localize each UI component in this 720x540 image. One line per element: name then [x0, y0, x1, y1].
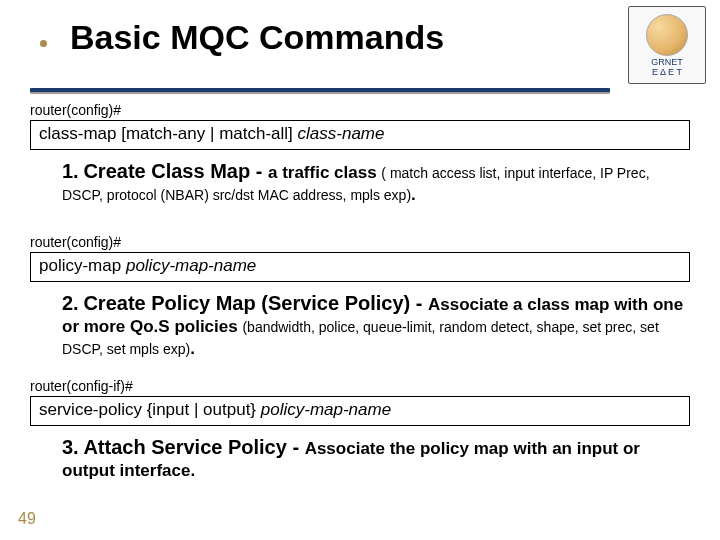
step1-title: Create Class Map — [83, 160, 250, 182]
prompt-2: router(config)# — [30, 234, 121, 250]
step1-lead: a traffic class — [268, 163, 381, 182]
logo: GRNET Ε Δ Ε Τ — [628, 6, 706, 84]
cmd3-arg: policy-map-name — [261, 400, 391, 419]
cmd1-fixed: class-map [match-any | match-all] — [39, 124, 298, 143]
step2-num: 2. — [62, 292, 79, 314]
step3-num: 3. — [62, 436, 79, 458]
title-underline — [30, 88, 610, 92]
cmd2-fixed: policy-map — [39, 256, 126, 275]
step1-tail: . — [411, 185, 416, 204]
slide-title: Basic MQC Commands — [70, 18, 444, 57]
logo-globe-icon — [646, 14, 688, 56]
step1-sep: - — [250, 160, 268, 182]
step3-text: 3. Attach Service Policy - Associate the… — [62, 434, 692, 482]
prompt-1: router(config)# — [30, 102, 121, 118]
command-box-1: class-map [match-any | match-all] class-… — [30, 120, 690, 150]
command-box-3: service-policy {input | output} policy-m… — [30, 396, 690, 426]
step1-num: 1. — [62, 160, 79, 182]
command-box-2: policy-map policy-map-name — [30, 252, 690, 282]
cmd2-arg: policy-map-name — [126, 256, 256, 275]
step3-sep: - — [287, 436, 305, 458]
slide-number: 49 — [10, 510, 44, 528]
cmd3-fixed: service-policy {input | output} — [39, 400, 261, 419]
logo-text-2: Ε Δ Ε Τ — [652, 67, 682, 77]
step1-text: 1. Create Class Map - a traffic class ( … — [62, 158, 692, 206]
slide: Basic MQC Commands GRNET Ε Δ Ε Τ router(… — [0, 0, 720, 540]
step2-text: 2. Create Policy Map (Service Policy) - … — [62, 290, 692, 360]
step2-tail: . — [190, 339, 195, 358]
cmd1-arg: class-name — [298, 124, 385, 143]
step2-sep: - — [410, 292, 428, 314]
logo-text-1: GRNET — [651, 57, 683, 67]
step2-title: Create Policy Map (Service Policy) — [83, 292, 410, 314]
title-bullet — [40, 40, 47, 47]
step3-title: Attach Service Policy — [83, 436, 286, 458]
prompt-3: router(config-if)# — [30, 378, 133, 394]
